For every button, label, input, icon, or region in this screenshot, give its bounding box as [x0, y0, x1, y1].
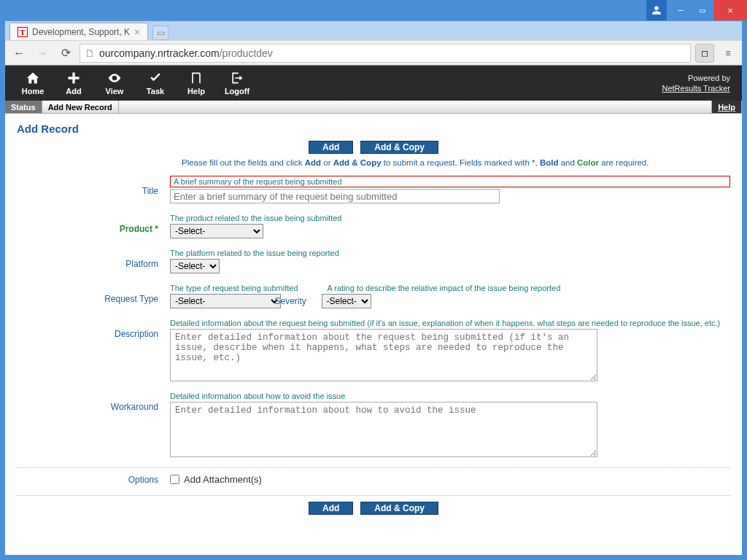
crumb-status[interactable]: Status — [5, 101, 42, 113]
close-icon[interactable]: ✕ — [713, 0, 747, 20]
powered-by: Powered by NetResults Tracker — [662, 73, 735, 94]
breadcrumb-bar: Status Add New Record Help — [5, 101, 742, 114]
nav-home[interactable]: Home — [12, 71, 53, 96]
back-button[interactable]: ← — [9, 44, 28, 63]
tab-strip: T Development, Support, K × ▭ — [5, 21, 742, 40]
label-options: Options — [17, 475, 170, 485]
url-bar[interactable]: 🗋 ourcompany.nrtracker.com/productdev — [80, 44, 691, 63]
nav-add[interactable]: Add — [53, 71, 94, 96]
row-product: Product * The product related to the iss… — [17, 214, 730, 238]
nav-task[interactable]: Task — [135, 71, 176, 96]
url-path: /productdev — [220, 47, 273, 59]
logoff-icon — [230, 71, 244, 85]
help-description: Detailed information about the request b… — [170, 319, 730, 327]
browser-toolbar: ← → ⟳ 🗋 ourcompany.nrtracker.com/product… — [5, 40, 742, 65]
add-button-top[interactable]: Add — [309, 141, 353, 154]
forward-button[interactable]: → — [33, 44, 52, 63]
nav-view[interactable]: View — [94, 71, 135, 96]
tab-close-icon[interactable]: × — [134, 26, 140, 38]
select-platform[interactable]: -Select- — [170, 259, 220, 273]
select-severity[interactable]: -Select- — [322, 294, 371, 308]
label-product: Product * — [17, 214, 170, 234]
row-title: Title A brief summary of the request bei… — [17, 176, 730, 203]
help-request-type: The type of request being submitted — [170, 284, 298, 292]
browser-tab[interactable]: T Development, Support, K × — [9, 23, 148, 40]
row-options: Options Add Attachment(s) — [17, 474, 730, 485]
row-workaround: Workaround Detailed information about ho… — [17, 392, 730, 457]
add-copy-button-top[interactable]: Add & Copy — [360, 141, 438, 154]
textarea-workaround[interactable] — [170, 402, 597, 457]
window-titlebar: — ▭ ✕ — [0, 0, 747, 20]
check-icon — [147, 71, 163, 85]
tab-title: Development, Support, K — [32, 27, 130, 37]
label-workaround: Workaround — [17, 392, 170, 412]
home-icon — [25, 71, 41, 85]
nav-help[interactable]: Help — [176, 71, 217, 96]
user-icon[interactable] — [646, 0, 667, 20]
nav-logoff[interactable]: Logoff — [217, 71, 258, 96]
help-workaround: Detailed information about how to avoid … — [170, 392, 730, 400]
form-area: Add Record Add Add & Copy Please fill ou… — [5, 114, 742, 555]
crumb-active[interactable]: Add New Record — [42, 101, 119, 113]
label-description: Description — [17, 319, 170, 339]
top-button-row: Add Add & Copy — [17, 141, 730, 154]
row-platform: Platform The platform related to the iss… — [17, 249, 730, 273]
add-button-bottom[interactable]: Add — [309, 502, 353, 515]
favicon: T — [18, 27, 28, 37]
url-host: ourcompany.nrtracker.com — [99, 47, 220, 59]
page-icon: 🗋 — [85, 47, 95, 59]
eye-icon — [106, 71, 123, 85]
reload-button[interactable]: ⟳ — [56, 44, 75, 63]
plus-icon — [66, 71, 82, 85]
separator-2 — [17, 495, 730, 496]
book-icon — [189, 71, 204, 85]
crumb-help[interactable]: Help — [711, 101, 742, 113]
label-attachments: Add Attachment(s) — [184, 474, 262, 485]
select-request-type[interactable]: -Select- — [170, 294, 281, 308]
checkbox-attachments[interactable] — [170, 475, 179, 484]
add-copy-button-bottom[interactable]: Add & Copy — [360, 502, 438, 515]
minimize-icon[interactable]: — — [670, 0, 692, 20]
help-title: A brief summary of the request being sub… — [170, 176, 730, 187]
browser-menu-icon[interactable]: ≡ — [719, 44, 738, 63]
browser-chrome: T Development, Support, K × ▭ ← → ⟳ 🗋 ou… — [4, 20, 743, 65]
separator — [17, 467, 730, 468]
new-tab-button[interactable]: ▭ — [152, 26, 169, 40]
label-request-type: Request Type — [17, 284, 170, 304]
intro-text: Please fill out the fields and click Add… — [182, 158, 730, 167]
bottom-button-row: Add Add & Copy — [17, 502, 730, 515]
label-severity: Severity — [275, 296, 313, 306]
app-content: Home Add View Task Help Logoff Powered b… — [4, 65, 743, 556]
help-platform: The platform related to the issue being … — [170, 249, 730, 257]
page-title: Add Record — [17, 122, 730, 135]
powered-by-link[interactable]: NetResults Tracker — [662, 83, 730, 93]
maximize-icon[interactable]: ▭ — [692, 0, 713, 20]
row-description: Description Detailed information about t… — [17, 319, 730, 381]
select-product[interactable]: -Select- — [170, 224, 263, 238]
help-severity: A rating to describe the relative impact… — [328, 284, 561, 292]
input-title[interactable] — [170, 189, 500, 203]
extension-icon[interactable]: ◻ — [695, 44, 714, 63]
help-product: The product related to the issue being s… — [170, 214, 730, 222]
row-reqtype-severity: Request Type The type of request being s… — [17, 284, 730, 308]
textarea-description[interactable] — [170, 329, 597, 381]
app-iconbar: Home Add View Task Help Logoff Powered b… — [5, 66, 742, 101]
label-platform: Platform — [17, 249, 170, 269]
label-title: Title — [17, 176, 170, 196]
